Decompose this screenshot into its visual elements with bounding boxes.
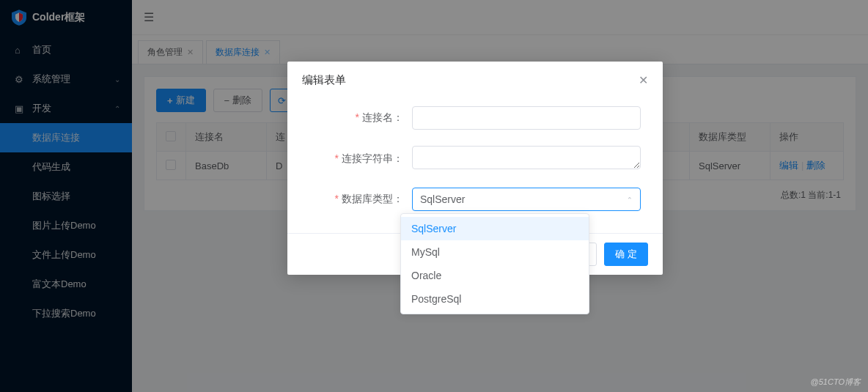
dbtype-select[interactable]: SqlServer ⌄: [412, 188, 641, 211]
dbtype-dropdown: SqlServer MySql Oracle PostgreSql: [400, 213, 589, 314]
ok-button[interactable]: 确 定: [604, 243, 648, 266]
field-label-dbtype: *数据库类型：: [309, 193, 412, 206]
watermark: @51CTO博客: [811, 377, 861, 388]
dropdown-item[interactable]: PostgreSql: [401, 287, 589, 311]
dropdown-item[interactable]: Oracle: [401, 264, 589, 287]
field-label-connstr: *连接字符串：: [309, 152, 412, 166]
modal-title: 编辑表单: [302, 73, 346, 87]
select-value: SqlServer: [420, 193, 465, 205]
button-label: 确 定: [615, 248, 637, 261]
dropdown-item[interactable]: SqlServer: [401, 217, 589, 240]
chevron-up-icon: ⌄: [627, 196, 633, 204]
field-label-name: *连接名：: [309, 111, 412, 125]
connstr-input[interactable]: [412, 146, 641, 169]
name-input[interactable]: [412, 106, 641, 130]
dropdown-item[interactable]: MySql: [401, 240, 589, 264]
close-icon[interactable]: ✕: [639, 73, 648, 87]
